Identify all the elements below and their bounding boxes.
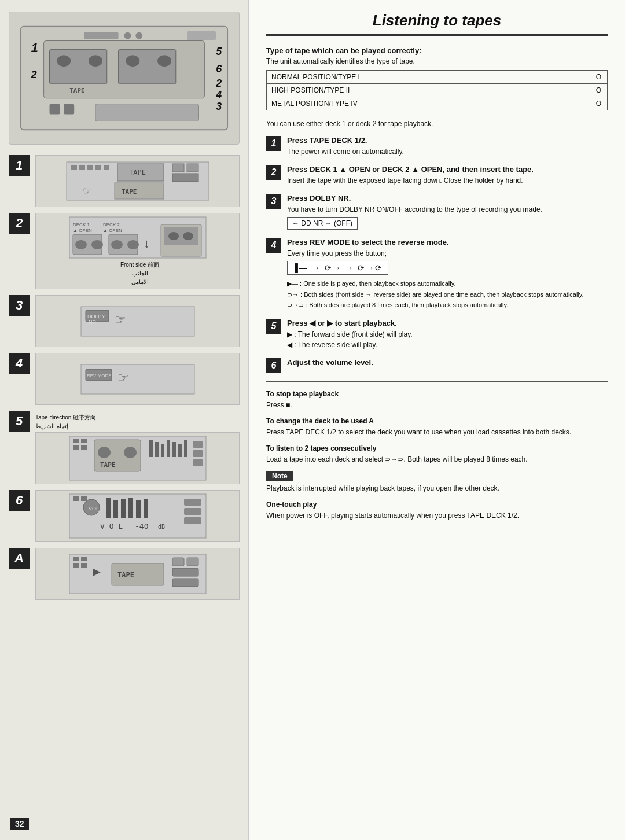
instruction-title-1: Press TAPE DECK 1/2.	[287, 136, 608, 145]
step-3-number: 3	[9, 295, 30, 316]
instruction-step-5: 5Press ◀ or ▶ to start playback.▶ : The …	[266, 319, 608, 350]
tape-direction-label: Tape direction 磁带方向إتجاه الشريط	[35, 413, 240, 430]
instruction-num-1: 1	[266, 136, 281, 151]
svg-point-43	[75, 240, 87, 249]
svg-rect-1	[84, 32, 119, 39]
svg-point-11	[126, 55, 139, 67]
instruction-body-4: Every time you press the button;	[287, 248, 608, 259]
step-a-illustration: A ▶ TAPE	[9, 548, 240, 600]
tape-type-row-symbol: O	[590, 97, 608, 110]
step-5-image: TAPE	[35, 432, 240, 484]
svg-rect-107	[187, 558, 198, 566]
svg-rect-31	[172, 164, 184, 172]
svg-rect-77	[184, 440, 188, 457]
instruction-num-4: 4	[266, 238, 281, 253]
svg-text:-40: -40	[135, 522, 148, 530]
sub-section-1: To change the deck to be used APress TAP…	[266, 417, 608, 437]
device-svg: 1 TAPE 5 6 2 4 3 2	[15, 20, 233, 136]
svg-rect-26	[87, 165, 93, 170]
svg-text:DECK 1: DECK 1	[73, 222, 90, 227]
svg-text:☞: ☞	[83, 185, 92, 197]
page-number: 32	[10, 818, 29, 830]
sub-sections-container: To stop tape playbackPress ■.To change t…	[266, 390, 608, 465]
sub-section-2: To listen to 2 tapes consecutivelyLoad a…	[266, 444, 608, 465]
instruction-num-6: 6	[266, 358, 281, 373]
svg-text:VOL: VOL	[89, 506, 99, 511]
device-image: 1 TAPE 5 6 2 4 3 2	[9, 12, 240, 145]
svg-rect-73	[161, 444, 164, 457]
step-4-image: REV MODE ☞	[35, 353, 240, 405]
instruction-title-4: Press REV MODE to select the reverse mod…	[287, 238, 608, 246]
svg-rect-78	[193, 441, 203, 448]
svg-rect-95	[184, 499, 201, 506]
svg-rect-28	[104, 165, 109, 170]
svg-text:DOLBY: DOLBY	[87, 314, 105, 319]
svg-point-68	[98, 447, 111, 458]
one-touch-section: One-touch play When power is OFF, playin…	[266, 500, 608, 521]
svg-text:▲ OPEN: ▲ OPEN	[103, 228, 122, 233]
svg-text:☞: ☞	[117, 370, 129, 385]
svg-text:☞: ☞	[115, 312, 126, 327]
svg-text:↓: ↓	[144, 236, 150, 250]
step-2-label: Front side 前面الجانبالأمامي	[120, 260, 159, 286]
instruction-step-2: 2Press DECK 1 ▲ OPEN or DECK 2 ▲ OPEN, a…	[266, 165, 608, 186]
tape-type-intro-bold: Type of tape which can be played correct…	[266, 46, 608, 55]
tape-type-row-symbol: O	[590, 84, 608, 97]
svg-rect-74	[167, 440, 170, 457]
svg-text:TAPE: TAPE	[69, 87, 84, 94]
instruction-title-5: Press ◀ or ▶ to start playback.	[287, 319, 608, 327]
sub-section-body-2: Load a tape into each deck and select ⊃→…	[266, 454, 608, 465]
svg-rect-96	[184, 508, 201, 515]
svg-text:1: 1	[31, 40, 38, 55]
svg-rect-65	[73, 445, 79, 450]
svg-point-69	[124, 447, 137, 458]
svg-rect-89	[128, 498, 133, 518]
sub-section-title-0: To stop tape playback	[266, 390, 608, 398]
svg-rect-24	[71, 165, 77, 170]
svg-text:TAPE: TAPE	[129, 168, 146, 176]
step-2-image: DECK 1 DECK 2 ▲ OPEN ▲ OPEN ↓	[35, 213, 240, 289]
step-6-number: 6	[9, 490, 30, 511]
instructions-container: 1Press TAPE DECK 1/2.The power will come…	[266, 136, 608, 373]
instruction-body-2: Insert the tape with the exposed tape fa…	[287, 175, 608, 186]
step-6-illustration: 6 VOL V O L -40 dB	[9, 490, 240, 542]
instruction-content-3: Press DOLBY NR.You have to turn DOLBY NR…	[287, 194, 608, 230]
sub-section-title-1: To change the deck to be used A	[266, 417, 608, 425]
tape-type-table: NORMAL POSITION/TYPE IOHIGH POSITION/TYP…	[266, 70, 608, 110]
step-a-number: A	[9, 548, 30, 569]
step-1-illustration: 1 TAPE ☞ TAPE	[9, 155, 240, 207]
one-touch-title: One-touch play	[266, 500, 608, 509]
svg-rect-76	[178, 444, 182, 457]
instruction-title-3: Press DOLBY NR.	[287, 194, 608, 202]
svg-text:2: 2	[215, 78, 222, 89]
svg-rect-71	[149, 440, 153, 457]
svg-rect-83	[81, 496, 87, 501]
svg-point-51	[168, 232, 179, 240]
svg-rect-3	[135, 32, 142, 39]
step-3-illustration: 3 DOLBY NR ☞	[9, 295, 240, 347]
instruction-title-6: Adjust the volume level.	[287, 358, 608, 367]
svg-rect-82	[73, 496, 79, 501]
rev-mode-legend: ▶— : One side is played, then playback s…	[287, 278, 608, 311]
svg-text:dB: dB	[158, 524, 165, 530]
svg-point-44	[91, 240, 103, 249]
svg-rect-66	[81, 445, 87, 450]
tape-type-row-label: NORMAL POSITION/TYPE I	[267, 71, 590, 84]
svg-text:2: 2	[31, 69, 37, 80]
svg-rect-20	[50, 104, 60, 115]
svg-rect-101	[73, 563, 79, 568]
svg-text:3: 3	[216, 101, 222, 112]
svg-text:6: 6	[216, 63, 222, 75]
step-a-image: ▶ TAPE	[35, 548, 240, 600]
svg-rect-25	[79, 165, 85, 170]
svg-rect-80	[193, 459, 203, 466]
svg-text:5: 5	[216, 46, 222, 57]
instruction-num-3: 3	[266, 194, 281, 209]
svg-rect-100	[81, 557, 87, 561]
step-4-number: 4	[9, 353, 30, 374]
step-5-number: 5	[9, 411, 30, 432]
tape-type-row-label: METAL POSITION/TYPE IV	[267, 97, 590, 110]
step-1-image: TAPE ☞ TAPE	[35, 155, 240, 207]
instruction-body-5: ▶ : The forward side (front side) will p…	[287, 329, 608, 350]
instruction-content-5: Press ◀ or ▶ to start playback.▶ : The f…	[287, 319, 608, 350]
